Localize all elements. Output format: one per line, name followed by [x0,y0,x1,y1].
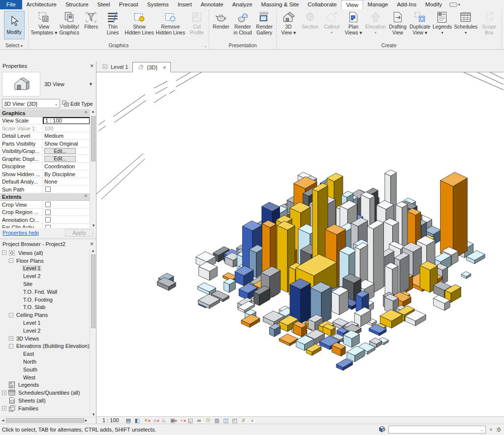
visibility-grap-edit-button[interactable]: Edit... [44,148,76,154]
massing-building[interactable] [453,178,468,259]
filter-icon[interactable]: ▼ [488,427,494,433]
panel-dialog-launcher-icon[interactable]: ⌄ [204,42,208,50]
ribbon-tab-annotate[interactable]: Annotate [196,0,228,9]
section-header-extents[interactable]: Extents^ [0,193,90,201]
schedules-button[interactable]: Schedules▾ [453,10,478,41]
sun-path-checkbox[interactable] [45,186,51,192]
massing-building[interactable] [301,283,311,324]
crop-region-icon[interactable]: ▫✕ [178,417,185,424]
detail-level-icon[interactable]: ▤ [125,417,132,424]
type-dropdown-icon[interactable]: ▼ [89,82,94,87]
tree-item-floor-plans[interactable]: −Floor Plans [0,257,96,265]
section-header-graphics[interactable]: Graphics^ [0,109,90,117]
annotation-cr-checkbox[interactable] [45,217,51,222]
modify-button[interactable]: Modify [4,11,25,39]
ribbon-tab-structure[interactable]: Structure [61,0,93,9]
properties-help-link[interactable]: Properties help [2,230,39,236]
tree-item-t-o-slab[interactable]: T.O. Slab [0,304,96,311]
type-selector[interactable]: 3D View: {3D}⌄ [2,99,60,108]
massing-building[interactable] [441,181,453,259]
ribbon-tab-analyze[interactable]: Analyze [228,0,257,9]
properties-close-icon[interactable]: × [90,62,94,69]
filters-button[interactable]: Filters [80,10,102,41]
collapse-icon[interactable]: ‹ [249,417,256,424]
massing-building[interactable] [400,255,409,294]
tree-item-elevations-building-elevation[interactable]: −Elevations (Building Elevation) [0,342,96,350]
file-tab[interactable]: File [0,0,22,9]
apply-button[interactable]: Apply [65,229,94,237]
massing-building[interactable] [332,292,340,315]
view-tab-level-1[interactable]: Level 1 [97,62,132,72]
displacement-sets-icon[interactable]: ◰ [231,417,238,424]
far-clip-activ-checkbox[interactable] [45,225,51,228]
render-in-cloud-button[interactable]: Renderin Cloud [232,10,253,41]
select-panel-label[interactable]: Select ▾ [0,42,28,49]
tree-item-schedules-quantities-all[interactable]: +Schedules/Quantities (all) [0,389,96,397]
tree-item-t-o-footing[interactable]: T.O. Footing [0,296,96,304]
tree-item-level-2[interactable]: Level 2 [0,272,96,280]
tree-item-ceiling-plans[interactable]: −Ceiling Plans [0,311,96,319]
tree-item-t-o-fnd-wall[interactable]: T.O. Fnd. Wall [0,288,96,296]
ribbon-tab-steel[interactable]: Steel [93,0,115,9]
ribbon-tab-collaborate[interactable]: Collaborate [303,0,341,9]
browser-hscrollbar[interactable]: ◄► [0,417,96,424]
tree-item-level-1[interactable]: Level 1 [0,265,96,273]
tree-item-west[interactable]: West [0,373,96,381]
tree-item-south[interactable]: South [0,366,96,373]
ribbon-tab-modify[interactable]: Modify [421,0,446,9]
graphic-displ-edit-button[interactable]: Edit... [44,156,76,162]
massing-building[interactable] [374,223,384,293]
duplicate-view-button[interactable]: DuplicateView ▾ [409,10,431,41]
type-preview[interactable] [2,72,40,96]
show-hidden-lines-button[interactable]: ShowHidden Lines [124,10,155,41]
view-templates-button[interactable]: ViewTemplates ▾ [30,10,58,41]
tree-item-legends[interactable]: Legends [0,381,96,389]
3d-view-button[interactable]: 3DView ▾ [278,10,299,41]
tree-item-north[interactable]: North [0,358,96,366]
properties-scrollbar[interactable]: ▲▼ [90,109,96,228]
ribbon-tab-add-ins[interactable]: Add-Ins [392,0,421,9]
analytical-model-icon[interactable]: ◫ [222,417,229,424]
crop-region-checkbox[interactable] [45,210,51,215]
ribbon-tab-view[interactable]: View [341,0,363,9]
crop-view-icon[interactable]: ▣✕ [169,417,176,424]
design-option-dropdown[interactable]: ⌄ [388,426,486,434]
tree-item-families[interactable]: +Families [0,404,96,412]
crop-view-checkbox[interactable] [45,202,51,207]
view-scale-input[interactable]: 1 : 100 [43,117,90,124]
worksets-icon[interactable]: ? [378,425,386,434]
browser-vscrollbar[interactable]: ▲▼ [90,249,96,417]
render-gallery-button[interactable]: RenderGallery [253,10,275,41]
shadows-icon[interactable]: ☼✕ [152,417,158,424]
plan-views-button[interactable]: PlanViews ▾ [343,10,364,41]
ribbon-display-toggle[interactable]: ▾ [449,0,460,9]
ribbon-tab-manage[interactable]: Manage [363,0,393,9]
edit-type-button[interactable]: Edit Type [62,100,93,107]
reveal-hidden-elements-icon[interactable]: ☉ [205,417,212,424]
close-view-icon[interactable]: × [163,64,166,70]
tree-item-sheets-all[interactable]: Sheets (all) [0,397,96,404]
project-browser-close-icon[interactable]: × [90,241,94,248]
tree-item-level-1[interactable]: Level 1 [0,319,96,327]
tree-item-views-all[interactable]: −Views (all) [0,249,96,257]
tree-item-level-2[interactable]: Level 2 [0,327,96,335]
ribbon-tab-massing-site[interactable]: Massing & Site [257,0,304,9]
view-tab-3d[interactable]: {3D}× [132,62,171,72]
view-scale-control[interactable]: 1 : 100 [102,417,119,423]
locked-3d-view-icon[interactable]: ◱ [187,417,194,424]
ribbon-tab-insert[interactable]: Insert [173,0,196,9]
reveal-constraints-icon[interactable]: # [240,417,247,424]
drafting-view-button[interactable]: DraftingView [387,10,409,41]
legends-button[interactable]: Legends▾ [431,10,453,41]
temporary-hide-isolate-icon[interactable]: ∞ [196,417,203,424]
render-button[interactable]: Render [210,10,232,41]
temporary-view-properties-icon[interactable]: ▥ [214,417,220,424]
remove-hidden-lines-button[interactable]: RemoveHidden Lines [155,10,186,41]
visual-style-icon[interactable]: ◧ [134,417,141,424]
visibility-graphics-button[interactable]: Visibility/Graphics [58,10,80,41]
thin-lines-button[interactable]: ThinLines [102,10,124,41]
ribbon-tab-systems[interactable]: Systems [143,0,173,9]
rendering-dialog-icon[interactable]: ♨ [160,417,167,424]
3d-city-model[interactable] [96,72,504,415]
tree-item-3d-views[interactable]: +3D Views [0,335,96,342]
